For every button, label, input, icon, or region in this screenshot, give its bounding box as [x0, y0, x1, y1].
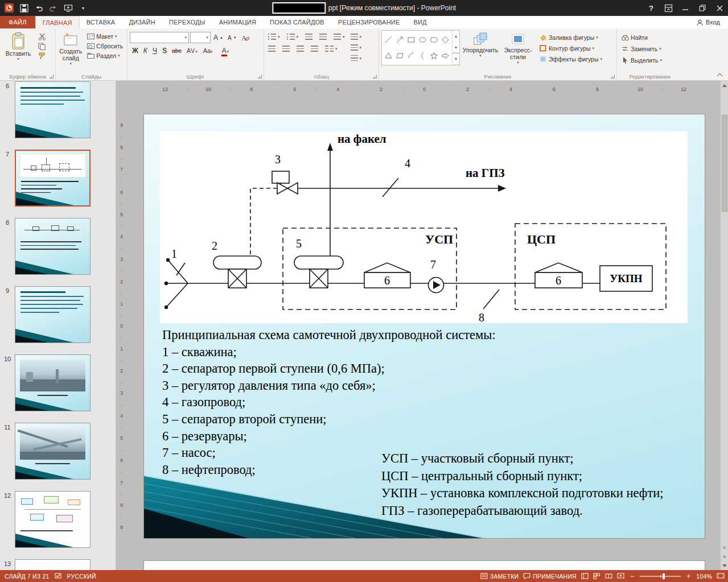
grow-font-button[interactable]: А▲ [212, 33, 225, 42]
new-slide-button[interactable]: Создать слайд ▾ [58, 30, 83, 72]
font-size-select[interactable]: ▾ [190, 32, 211, 43]
font-name-select[interactable]: ▾ [130, 32, 189, 43]
change-case-button[interactable]: Aa▾ [201, 46, 215, 56]
shrink-font-button[interactable]: А▼ [226, 34, 238, 42]
collapse-ribbon-button[interactable] [717, 72, 722, 77]
slide-thumbnail-10[interactable] [15, 354, 91, 411]
vertical-ruler[interactable]: 987 654 321 012 345 678 9 [117, 114, 126, 539]
ribbon-display-options-button[interactable] [660, 0, 677, 16]
abbreviations-text-block[interactable]: УСП – участковый сборный пункт; ЦСП – це… [381, 450, 700, 519]
select-button[interactable]: Выделить ▾ [619, 56, 664, 64]
normal-view-button[interactable] [581, 573, 589, 579]
character-spacing-button[interactable]: AV▾ [184, 46, 200, 56]
shapes-scroll-down[interactable]: ▼ [453, 42, 459, 53]
tab-file[interactable]: ФАЙЛ [0, 16, 35, 28]
slideshow-view-button[interactable] [617, 573, 624, 579]
slide-thumbnail-8[interactable] [15, 218, 91, 275]
align-center-button[interactable] [281, 44, 291, 53]
text-shadow-button[interactable]: S [160, 46, 169, 56]
slide-thumbnail-13[interactable] [15, 559, 91, 570]
zoom-in-button[interactable]: + [685, 573, 692, 580]
find-button[interactable]: Найти [619, 33, 664, 42]
comments-toggle-button[interactable]: ПРИМЕЧАНИЯ [523, 573, 577, 580]
fit-slide-button[interactable] [717, 572, 725, 580]
zoom-slider-thumb[interactable] [663, 573, 665, 579]
customize-quick-access-caret[interactable]: ▾ [77, 2, 89, 14]
section-button[interactable]: Раздел ▾ [85, 51, 125, 60]
shapes-more-button[interactable]: ▼ [453, 53, 459, 65]
tab-insert[interactable]: ВСТАВКА [80, 16, 122, 28]
italic-button[interactable]: К [141, 46, 150, 56]
align-text-button[interactable]: ▾ [349, 43, 364, 52]
tab-transitions[interactable]: ПЕРЕХОДЫ [162, 16, 212, 28]
dialog-launcher-font[interactable] [258, 75, 262, 79]
shape-fill-button[interactable]: Заливка фигуры ▾ [537, 33, 604, 42]
paste-button[interactable]: Вставить ▾ [2, 30, 34, 72]
tab-animations[interactable]: АНИМАЦИЯ [212, 16, 263, 28]
start-slideshow-button[interactable] [63, 2, 74, 14]
justify-button[interactable] [309, 44, 320, 53]
slide-thumbnail-12[interactable] [15, 491, 91, 548]
restore-button[interactable] [694, 0, 711, 16]
columns-button[interactable]: ▾ [323, 44, 339, 53]
slide-sorter-view-button[interactable] [593, 573, 601, 579]
help-button[interactable]: ? [643, 0, 660, 16]
zoom-slider[interactable] [640, 576, 681, 577]
layout-button[interactable]: Макет ▾ [85, 32, 125, 40]
slide-thumbnail-7-selected[interactable] [15, 150, 91, 207]
decrease-indent-button[interactable] [303, 32, 314, 41]
shape-effects-button[interactable]: Эффекты фигуры ▾ [537, 55, 604, 63]
font-color-button[interactable]: А▾ [219, 46, 232, 56]
tab-review[interactable]: РЕЦЕНЗИРОВАНИЕ [331, 16, 407, 28]
slide-counter[interactable]: СЛАЙД 7 ИЗ 21 [5, 573, 50, 580]
reading-view-button[interactable] [605, 573, 612, 579]
underline-button[interactable]: Ч [150, 46, 159, 56]
shape-outline-button[interactable]: Контур фигуры ▾ [537, 44, 604, 52]
bold-button[interactable]: Ж [130, 46, 141, 56]
format-painter-button[interactable] [36, 52, 48, 60]
language-button[interactable]: РУССКИЙ [67, 573, 96, 580]
slide-thumbnail-6[interactable] [15, 81, 91, 138]
tab-view[interactable]: ВИД [406, 16, 433, 28]
shapes-gallery[interactable]: ▲ ▼ ▼ [381, 30, 460, 65]
scrollbar-thumb[interactable] [722, 115, 727, 212]
notes-toggle-button[interactable]: ЗАМЕТКИ [480, 573, 519, 580]
previous-slide-button[interactable]: « [721, 543, 728, 552]
sign-in-link[interactable]: Вход [697, 16, 728, 28]
next-slide-edge[interactable] [143, 560, 705, 570]
increase-indent-button[interactable] [318, 32, 328, 41]
save-button[interactable] [18, 2, 30, 14]
redo-button[interactable] [48, 2, 59, 14]
arrange-button[interactable]: Упорядочить ▾ [462, 30, 499, 72]
quick-styles-button[interactable]: Экспресс- стили ▾ [501, 30, 535, 72]
bullets-button[interactable]: ▾ [266, 32, 282, 41]
tab-design[interactable]: ДИЗАЙН [122, 16, 162, 28]
clear-formatting-button[interactable]: A [240, 34, 251, 42]
zoom-level[interactable]: 104% [696, 573, 712, 580]
tab-slideshow[interactable]: ПОКАЗ СЛАЙДОВ [263, 16, 331, 28]
scroll-up-button[interactable] [721, 81, 728, 90]
diagram-frame[interactable]: на факел на ГПЗ УСП ЦСП УКПН 1 2 3 4 5 6… [160, 131, 688, 323]
text-direction-button[interactable]: ▾ [349, 32, 364, 41]
dialog-launcher-paragraph[interactable] [373, 75, 377, 79]
reset-button[interactable]: Сбросить [85, 42, 125, 50]
align-right-button[interactable] [295, 44, 306, 53]
minimize-button[interactable] [677, 0, 694, 16]
next-slide-button[interactable]: « [721, 552, 728, 561]
cut-button[interactable] [36, 32, 48, 41]
line-spacing-button[interactable]: ▾ [332, 32, 347, 41]
vertical-scrollbar[interactable]: « « [720, 81, 728, 570]
dialog-launcher-drawing[interactable] [611, 75, 615, 79]
numbering-button[interactable]: ▾ [285, 32, 301, 41]
dialog-launcher-clipboard[interactable] [50, 75, 54, 79]
undo-button[interactable] [33, 2, 44, 14]
zoom-out-button[interactable]: − [629, 573, 635, 580]
align-left-button[interactable] [266, 44, 277, 53]
horizontal-ruler[interactable]: 12108 642 024 6810 12 [143, 85, 705, 93]
spellcheck-button[interactable] [55, 572, 62, 580]
tab-home[interactable]: ГЛАВНАЯ [35, 16, 80, 28]
shapes-scroll-up[interactable]: ▲ [453, 31, 459, 42]
scroll-down-button[interactable] [721, 561, 728, 570]
slide-thumbnail-11[interactable] [15, 423, 91, 480]
slide-canvas[interactable]: на факел на ГПЗ УСП ЦСП УКПН 1 2 3 4 5 6… [143, 114, 705, 539]
